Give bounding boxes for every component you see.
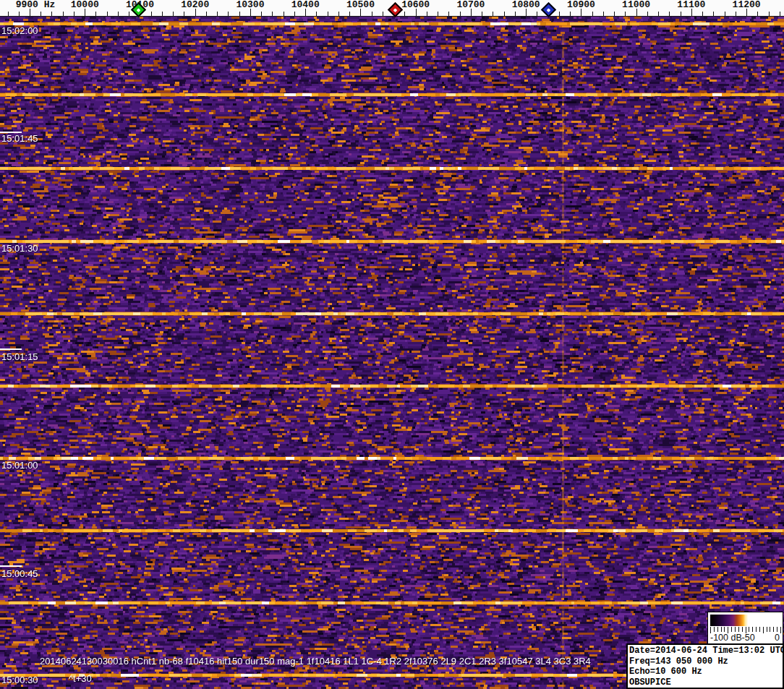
minor-frequency-tick: [625, 12, 626, 16]
minor-frequency-tick: [427, 12, 427, 16]
minor-frequency-tick: [173, 12, 174, 16]
minor-frequency-tick: [118, 12, 119, 16]
minor-frequency-tick: [647, 12, 648, 16]
minor-frequency-tick: [63, 12, 64, 16]
minor-frequency-tick: [504, 12, 505, 16]
minor-frequency-tick: [151, 12, 152, 16]
minor-frequency-tick: [614, 12, 615, 16]
minor-frequency-tick: [658, 12, 659, 16]
minor-frequency-tick: [482, 12, 482, 16]
minor-frequency-tick: [702, 12, 703, 16]
scalebar-tick: [752, 627, 753, 632]
minor-frequency-tick: [537, 12, 537, 16]
minor-frequency-tick: [8, 12, 9, 16]
minor-frequency-tick: [239, 12, 240, 16]
minor-frequency-tick: [383, 12, 383, 16]
frequency-tick-label: 11000: [622, 0, 650, 9]
minor-frequency-tick: [592, 12, 593, 16]
time-label: 15:01:15: [1, 352, 38, 362]
time-tick-mark: [0, 348, 22, 350]
minor-frequency-tick: [162, 12, 163, 16]
colormap-gradient: [710, 615, 780, 626]
minor-frequency-tick: [570, 12, 571, 16]
info-station: OBSUPICE: [629, 677, 781, 688]
minor-frequency-tick: [372, 12, 372, 16]
time-label: 15:00:30: [1, 675, 38, 685]
frequency-tick-label: 9900 Hz: [16, 0, 56, 9]
minor-frequency-tick: [107, 12, 108, 16]
minor-frequency-tick: [515, 12, 516, 16]
frequency-tick-label: 10000: [71, 0, 99, 9]
minor-frequency-tick: [681, 12, 681, 16]
minor-frequency-tick: [780, 12, 780, 16]
info-date-time: Date=2014-06-24 Time=13:02 UTC: [629, 646, 781, 656]
minor-frequency-tick: [328, 12, 328, 16]
frequency-tick-label: 10600: [401, 0, 430, 9]
scalebar-tick: [749, 627, 749, 632]
minor-frequency-tick: [493, 12, 493, 16]
minor-frequency-tick: [51, 12, 52, 16]
scalebar-tick: [759, 627, 760, 632]
detection-annotation: 20140624130030016 hCnt1 nb-68 f10416 hit…: [40, 656, 591, 667]
time-tick-mark: [0, 132, 22, 133]
minor-frequency-tick: [669, 12, 670, 16]
minor-frequency-tick: [713, 12, 714, 16]
scalebar-tick: [717, 627, 718, 632]
minor-frequency-tick: [338, 12, 339, 16]
scalebar-mid-label: -50: [742, 633, 755, 643]
time-label: 15:01:45: [1, 134, 38, 144]
minor-frequency-tick: [736, 12, 736, 16]
minor-frequency-tick: [438, 12, 438, 16]
minor-frequency-tick: [217, 12, 218, 16]
time-tick-mark: [0, 565, 22, 567]
scalebar-tick: [721, 627, 722, 632]
scalebar-tick: [777, 627, 777, 632]
scalebar-min-label: -100 dB: [710, 633, 742, 643]
db-color-scalebar: -100 dB -50 0: [707, 612, 783, 644]
minor-frequency-tick: [603, 12, 604, 16]
scalebar-labels: -100 dB -50 0: [708, 633, 783, 643]
frequency-tick-label: 10500: [346, 0, 375, 9]
scalebar-max-label: 0: [775, 633, 780, 643]
time-label: 15:01:30: [1, 244, 38, 254]
frequency-tick-label: 10300: [236, 0, 264, 9]
minor-frequency-tick: [769, 12, 770, 16]
frequency-tick-label: 11100: [677, 0, 705, 9]
minor-frequency-tick: [95, 12, 96, 16]
minor-frequency-tick: [184, 12, 184, 16]
minor-frequency-tick: [349, 12, 350, 16]
minor-frequency-tick: [261, 12, 262, 16]
info-frequency: Freq=143 050 000 Hz: [629, 656, 781, 667]
minor-frequency-tick: [284, 12, 284, 16]
time-cursor-label: ^t+30: [69, 673, 92, 684]
spectrogram-app-window: 9900 Hz100001010010200103001040010500106…: [0, 0, 784, 689]
scalebar-tick: [731, 627, 732, 632]
minor-frequency-tick: [757, 12, 758, 16]
minor-frequency-tick: [725, 12, 725, 16]
frequency-tick-label: 10200: [181, 0, 209, 9]
minor-frequency-tick: [19, 12, 20, 16]
minor-frequency-tick: [448, 12, 449, 16]
minor-frequency-tick: [228, 12, 229, 16]
scalebar-tick: [742, 627, 743, 632]
scalebar-tick: [767, 627, 767, 632]
marker-center-dot: [137, 8, 141, 12]
scalebar-tick: [770, 627, 770, 632]
frequency-tick-label: 10400: [291, 0, 320, 9]
marker-center-dot: [547, 8, 551, 12]
minor-frequency-tick: [272, 12, 273, 16]
scalebar-tick: [735, 627, 736, 632]
minor-frequency-tick: [74, 12, 74, 16]
frequency-tick-label: 10700: [456, 0, 485, 9]
scalebar-tick: [773, 627, 774, 632]
frequency-tick-label: 11200: [733, 0, 761, 9]
minor-frequency-tick: [460, 12, 461, 16]
minor-frequency-tick: [559, 12, 560, 16]
scalebar-tick: [756, 627, 757, 632]
frequency-tick-label: 10900: [567, 0, 595, 9]
marker-center-dot: [393, 8, 398, 12]
minor-frequency-tick: [316, 12, 317, 16]
spectrogram-waterfall: [0, 17, 784, 689]
observation-info-box: Date=2014-06-24 Time=13:02 UTC Freq=143 …: [626, 643, 784, 689]
time-label: 15:00:45: [1, 569, 38, 579]
